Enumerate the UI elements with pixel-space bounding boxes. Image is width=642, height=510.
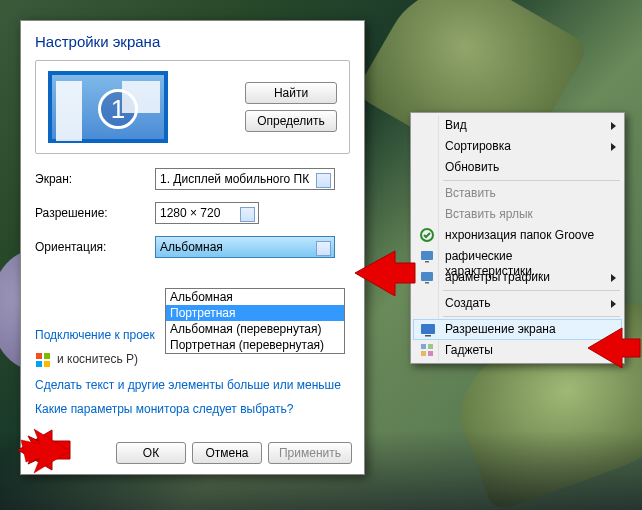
groove-sync-icon: [419, 227, 435, 243]
svg-rect-7: [421, 272, 433, 281]
svg-rect-6: [425, 261, 429, 263]
ctx-gfx-props[interactable]: рафические характеристики...: [413, 246, 622, 267]
graphics-icon: [419, 269, 435, 285]
screen-dropdown[interactable]: 1. Дисплей мобильного ПК: [155, 168, 335, 190]
svg-rect-2: [36, 361, 42, 367]
ctx-sort[interactable]: Сортировка: [413, 136, 622, 157]
ctx-paste-shortcut: Вставить ярлык: [413, 204, 622, 225]
textsize-link[interactable]: Сделать текст и другие элементы больше и…: [35, 378, 350, 392]
svg-rect-5: [421, 251, 433, 260]
cancel-button[interactable]: Отмена: [192, 442, 262, 464]
resolution-label: Разрешение:: [35, 206, 155, 220]
apply-button[interactable]: Применить: [268, 442, 352, 464]
orientation-dropdown[interactable]: Альбомная: [155, 236, 335, 258]
windows-flag-icon: [35, 352, 51, 368]
orientation-option-portrait-flipped[interactable]: Портретная (перевернутая): [166, 337, 344, 353]
desktop-context-menu: Вид Сортировка Обновить Вставить Вставит…: [410, 112, 625, 364]
monitor-thumbnail[interactable]: 1: [48, 71, 168, 143]
ctx-view[interactable]: Вид: [413, 115, 622, 136]
svg-rect-3: [44, 361, 50, 367]
resolution-dropdown[interactable]: 1280 × 720: [155, 202, 259, 224]
ctx-gadgets[interactable]: Гаджеты: [413, 340, 622, 361]
gadgets-icon: [419, 342, 435, 358]
ctx-gfx-params[interactable]: араметры графики: [413, 267, 622, 288]
find-button[interactable]: Найти: [245, 82, 337, 104]
orientation-option-landscape[interactable]: Альбомная: [166, 289, 344, 305]
ctx-separator: [443, 316, 620, 317]
ctx-refresh[interactable]: Обновить: [413, 157, 622, 178]
svg-rect-12: [428, 344, 433, 349]
screen-label: Экран:: [35, 172, 155, 186]
ctx-groove[interactable]: нхронизация папок Groove: [413, 225, 622, 246]
orientation-dropdown-list[interactable]: Альбомная Портретная Альбомная (переверн…: [165, 288, 345, 354]
svg-rect-13: [421, 351, 426, 356]
ctx-paste: Вставить: [413, 183, 622, 204]
ok-button[interactable]: ОК: [116, 442, 186, 464]
ctx-separator: [443, 290, 620, 291]
which-settings-link[interactable]: Какие параметры монитора следует выбрать…: [35, 402, 350, 416]
monitor-preview-box: 1 Найти Определить: [35, 60, 350, 154]
svg-rect-1: [44, 353, 50, 359]
svg-rect-8: [425, 282, 429, 284]
orientation-label: Ориентация:: [35, 240, 155, 254]
monitor-number: 1: [98, 89, 138, 129]
ctx-create[interactable]: Создать: [413, 293, 622, 314]
orientation-option-landscape-flipped[interactable]: Альбомная (перевернутая): [166, 321, 344, 337]
svg-rect-14: [428, 351, 433, 356]
display-settings-dialog: Настройки экрана 1 Найти Определить Экра…: [20, 20, 365, 475]
detect-button[interactable]: Определить: [245, 110, 337, 132]
svg-rect-11: [421, 344, 426, 349]
dialog-title: Настройки экрана: [35, 33, 350, 50]
svg-rect-0: [36, 353, 42, 359]
graphics-icon: [419, 248, 435, 264]
ctx-separator: [443, 180, 620, 181]
svg-rect-9: [421, 324, 435, 334]
monitor-icon: [420, 322, 436, 338]
projector-note: и коснитесь Р): [57, 352, 138, 366]
projector-link[interactable]: Подключение к проек: [35, 328, 155, 342]
orientation-option-portrait[interactable]: Портретная: [166, 305, 344, 321]
ctx-screen-resolution[interactable]: Разрешение экрана: [413, 319, 622, 340]
svg-rect-10: [425, 335, 431, 337]
